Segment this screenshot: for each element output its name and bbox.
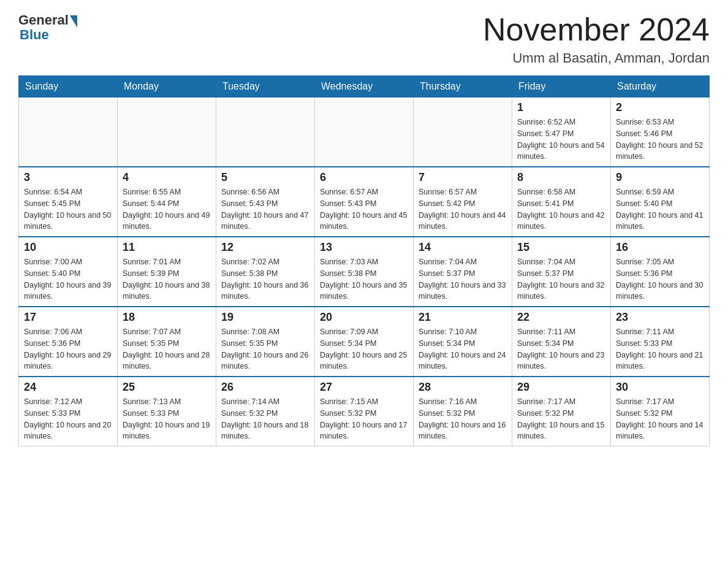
day-of-week-header: Monday [118,76,216,98]
calendar-day-cell: 5Sunrise: 6:56 AMSunset: 5:43 PMDaylight… [216,167,315,237]
calendar-day-cell: 30Sunrise: 7:17 AMSunset: 5:32 PMDayligh… [611,377,710,446]
day-number: 24 [24,381,112,394]
calendar-day-cell: 2Sunrise: 6:53 AMSunset: 5:46 PMDaylight… [611,98,710,167]
calendar-day-cell: 17Sunrise: 7:06 AMSunset: 5:36 PMDayligh… [19,307,118,377]
calendar-day-cell: 18Sunrise: 7:07 AMSunset: 5:35 PMDayligh… [118,307,216,377]
calendar-day-cell: 28Sunrise: 7:16 AMSunset: 5:32 PMDayligh… [414,377,512,446]
day-info: Sunrise: 7:14 AMSunset: 5:32 PMDaylight:… [221,396,309,442]
day-number: 13 [320,241,408,254]
day-number: 21 [419,311,507,324]
day-number: 28 [419,381,507,394]
day-info: Sunrise: 7:02 AMSunset: 5:38 PMDaylight:… [221,256,309,302]
calendar-day-cell [118,98,216,167]
calendar-day-cell: 15Sunrise: 7:04 AMSunset: 5:37 PMDayligh… [512,237,611,307]
calendar-week-row: 10Sunrise: 7:00 AMSunset: 5:40 PMDayligh… [19,237,710,307]
day-number: 6 [320,171,408,184]
calendar-day-cell: 12Sunrise: 7:02 AMSunset: 5:38 PMDayligh… [216,237,315,307]
day-of-week-header: Thursday [414,76,512,98]
day-of-week-header: Friday [512,76,611,98]
calendar-day-cell: 14Sunrise: 7:04 AMSunset: 5:37 PMDayligh… [414,237,512,307]
day-number: 23 [616,311,704,324]
day-info: Sunrise: 7:06 AMSunset: 5:36 PMDaylight:… [24,326,112,372]
day-number: 14 [419,241,507,254]
calendar-day-cell: 29Sunrise: 7:17 AMSunset: 5:32 PMDayligh… [512,377,611,446]
calendar-day-cell: 4Sunrise: 6:55 AMSunset: 5:44 PMDaylight… [118,167,216,237]
day-number: 22 [517,311,605,324]
day-info: Sunrise: 7:13 AMSunset: 5:33 PMDaylight:… [123,396,211,442]
day-info: Sunrise: 7:17 AMSunset: 5:32 PMDaylight:… [517,396,605,442]
day-number: 29 [517,381,605,394]
calendar-day-cell: 19Sunrise: 7:08 AMSunset: 5:35 PMDayligh… [216,307,315,377]
day-info: Sunrise: 7:01 AMSunset: 5:39 PMDaylight:… [123,256,211,302]
day-number: 16 [616,241,704,254]
day-info: Sunrise: 7:00 AMSunset: 5:40 PMDaylight:… [24,256,112,302]
calendar-day-cell: 10Sunrise: 7:00 AMSunset: 5:40 PMDayligh… [19,237,118,307]
logo-arrow-icon [70,15,77,28]
calendar-day-cell: 9Sunrise: 6:59 AMSunset: 5:40 PMDaylight… [611,167,710,237]
day-number: 12 [221,241,309,254]
calendar-day-cell: 16Sunrise: 7:05 AMSunset: 5:36 PMDayligh… [611,237,710,307]
calendar-week-row: 17Sunrise: 7:06 AMSunset: 5:36 PMDayligh… [19,307,710,377]
calendar-day-cell: 22Sunrise: 7:11 AMSunset: 5:34 PMDayligh… [512,307,611,377]
day-info: Sunrise: 6:55 AMSunset: 5:44 PMDaylight:… [123,186,211,232]
calendar-day-cell: 8Sunrise: 6:58 AMSunset: 5:41 PMDaylight… [512,167,611,237]
day-number: 25 [123,381,211,394]
month-title: November 2024 [483,12,710,47]
day-info: Sunrise: 7:12 AMSunset: 5:33 PMDaylight:… [24,396,112,442]
calendar-day-cell: 11Sunrise: 7:01 AMSunset: 5:39 PMDayligh… [118,237,216,307]
day-info: Sunrise: 6:56 AMSunset: 5:43 PMDaylight:… [221,186,309,232]
calendar-day-cell: 21Sunrise: 7:10 AMSunset: 5:34 PMDayligh… [414,307,512,377]
day-number: 11 [123,241,211,254]
day-number: 27 [320,381,408,394]
calendar-week-row: 3Sunrise: 6:54 AMSunset: 5:45 PMDaylight… [19,167,710,237]
day-info: Sunrise: 7:07 AMSunset: 5:35 PMDaylight:… [123,326,211,372]
day-info: Sunrise: 6:52 AMSunset: 5:47 PMDaylight:… [517,117,605,163]
calendar-day-cell: 27Sunrise: 7:15 AMSunset: 5:32 PMDayligh… [315,377,414,446]
day-info: Sunrise: 7:16 AMSunset: 5:32 PMDaylight:… [419,396,507,442]
day-info: Sunrise: 7:15 AMSunset: 5:32 PMDaylight:… [320,396,408,442]
day-number: 1 [517,101,605,114]
day-of-week-header: Saturday [611,76,710,98]
day-info: Sunrise: 7:11 AMSunset: 5:33 PMDaylight:… [616,326,704,372]
day-info: Sunrise: 7:03 AMSunset: 5:38 PMDaylight:… [320,256,408,302]
day-info: Sunrise: 6:59 AMSunset: 5:40 PMDaylight:… [616,186,704,232]
day-info: Sunrise: 7:04 AMSunset: 5:37 PMDaylight:… [419,256,507,302]
calendar-day-cell [315,98,414,167]
day-of-week-header: Wednesday [315,76,414,98]
calendar-day-cell: 25Sunrise: 7:13 AMSunset: 5:33 PMDayligh… [118,377,216,446]
day-number: 30 [616,381,704,394]
day-number: 18 [123,311,211,324]
calendar-day-cell: 23Sunrise: 7:11 AMSunset: 5:33 PMDayligh… [611,307,710,377]
logo: General Blue [18,12,77,43]
calendar-day-cell: 3Sunrise: 6:54 AMSunset: 5:45 PMDaylight… [19,167,118,237]
day-info: Sunrise: 6:57 AMSunset: 5:42 PMDaylight:… [419,186,507,232]
day-info: Sunrise: 6:58 AMSunset: 5:41 PMDaylight:… [517,186,605,232]
day-number: 7 [419,171,507,184]
day-info: Sunrise: 6:54 AMSunset: 5:45 PMDaylight:… [24,186,112,232]
calendar-day-cell [414,98,512,167]
calendar-week-row: 1Sunrise: 6:52 AMSunset: 5:47 PMDaylight… [19,98,710,167]
day-number: 4 [123,171,211,184]
day-info: Sunrise: 7:17 AMSunset: 5:32 PMDaylight:… [616,396,704,442]
calendar-day-cell: 6Sunrise: 6:57 AMSunset: 5:43 PMDaylight… [315,167,414,237]
calendar-day-cell: 20Sunrise: 7:09 AMSunset: 5:34 PMDayligh… [315,307,414,377]
calendar-day-cell [216,98,315,167]
day-number: 19 [221,311,309,324]
day-number: 17 [24,311,112,324]
day-info: Sunrise: 7:09 AMSunset: 5:34 PMDaylight:… [320,326,408,372]
calendar-day-cell: 7Sunrise: 6:57 AMSunset: 5:42 PMDaylight… [414,167,512,237]
calendar-day-cell: 26Sunrise: 7:14 AMSunset: 5:32 PMDayligh… [216,377,315,446]
day-number: 8 [517,171,605,184]
day-info: Sunrise: 7:05 AMSunset: 5:36 PMDaylight:… [616,256,704,302]
calendar-day-cell: 1Sunrise: 6:52 AMSunset: 5:47 PMDaylight… [512,98,611,167]
day-number: 9 [616,171,704,184]
day-number: 2 [616,101,704,114]
day-of-week-header: Sunday [19,76,118,98]
day-info: Sunrise: 7:11 AMSunset: 5:34 PMDaylight:… [517,326,605,372]
day-info: Sunrise: 7:04 AMSunset: 5:37 PMDaylight:… [517,256,605,302]
day-number: 26 [221,381,309,394]
day-number: 10 [24,241,112,254]
day-number: 15 [517,241,605,254]
title-section: November 2024 Umm al Basatin, Amman, Jor… [483,12,710,66]
day-number: 5 [221,171,309,184]
